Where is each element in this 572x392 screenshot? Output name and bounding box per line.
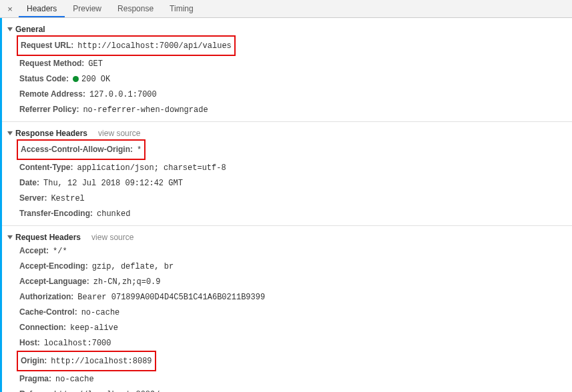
prop-value: chunked [97,209,130,219]
prop-value: * [137,145,141,155]
section-header-response[interactable]: Response Headers view source [7,126,572,139]
prop-name: Content-Type [19,162,73,173]
close-icon[interactable]: × [4,4,16,14]
row-referer: Referer http://localhost:8089/ [7,387,572,392]
section-title: Request Headers [15,233,81,242]
view-source-link[interactable]: view source [91,233,133,242]
prop-value: no-referrer-when-downgrade [83,105,208,115]
row-status-code: Status Code 200 OK [7,71,572,87]
headers-panel: General Request URL http://localhost:700… [0,18,572,392]
row-cache-control: Cache-Control no-cache [7,305,572,320]
row-content-type: Content-Type application/json; charset=u… [7,160,572,175]
prop-value: */* [53,246,67,257]
view-source-link[interactable]: view source [98,129,140,138]
prop-value: keep-alive [70,323,118,333]
section-response-headers: Response Headers view source Access-Cont… [2,122,572,223]
prop-name: Host [19,337,40,348]
row-remote-address: Remote Address 127.0.0.1:7000 [7,87,572,102]
chevron-down-icon [7,131,13,135]
prop-value: Thu, 12 Jul 2018 09:12:42 GMT [43,178,183,189]
highlight-acao: Access-Control-Allow-Origin * [17,139,146,160]
prop-name: Transfer-Encoding [19,208,93,219]
row-referrer-policy: Referrer Policy no-referrer-when-downgra… [7,102,572,117]
tab-headers[interactable]: Headers [19,1,65,17]
prop-value: localhost:7000 [44,338,111,349]
prop-value: 200 OK [73,74,110,85]
row-acao: Access-Control-Allow-Origin * [18,142,141,157]
section-header-request[interactable]: Request Headers view source [7,230,572,243]
prop-value: gzip, deflate, br [92,261,174,272]
prop-value: http://localhost:7000/api/values [77,41,231,51]
tab-timing[interactable]: Timing [162,1,202,17]
row-accept-encoding: Accept-Encoding gzip, deflate, br [7,259,572,274]
prop-name: Request URL [21,40,73,51]
prop-name: Server [19,193,47,203]
prop-name: Referer [19,389,50,392]
prop-value: Bearer 071899A00D4D4C5B1C41A6B0211B9399 [77,292,265,303]
row-connection: Connection keep-alive [7,320,572,335]
prop-value: zh-CN,zh;q=0.9 [93,277,161,287]
row-server: Server Kestrel [7,191,572,206]
section-title: Response Headers [15,129,87,138]
chevron-down-icon [7,235,13,239]
prop-name: Status Code [19,73,69,84]
tab-preview[interactable]: Preview [65,1,109,17]
devtools-toolbar: × Headers Preview Response Timing [0,0,572,18]
prop-name: Accept-Encoding [19,261,88,271]
highlight-origin: Origin http://localhost:8089 [17,351,156,371]
status-dot-icon [73,76,79,82]
row-authorization: Authorization Bearer 071899A00D4D4C5B1C4… [7,289,572,305]
tabs: Headers Preview Response Timing [19,1,202,17]
row-accept: Accept */* [7,243,572,259]
row-origin: Origin http://localhost:8089 [18,353,152,369]
row-host: Host localhost:7000 [7,335,572,351]
row-request-url: Request URL http://localhost:7000/api/va… [18,38,232,53]
tab-response[interactable]: Response [109,1,162,17]
prop-name: Accept [19,245,49,256]
prop-name: Referrer Policy [19,104,79,115]
prop-name: Authorization [19,291,73,302]
row-transfer-encoding: Transfer-Encoding chunked [7,206,572,221]
status-code-value: 200 OK [81,75,110,84]
prop-value: application/json; charset=utf-8 [77,163,226,173]
section-general: General Request URL http://localhost:700… [2,18,572,119]
prop-name: Remote Address [19,89,85,99]
prop-name: Access-Control-Allow-Origin [21,144,133,155]
prop-name: Origin [21,355,47,366]
chevron-down-icon [7,27,13,31]
prop-name: Cache-Control [19,307,77,317]
prop-value: http://localhost:8089 [51,356,152,367]
prop-name: Date [19,177,39,188]
prop-value: no-cache [81,307,120,318]
prop-name: Pragma [19,373,51,384]
prop-value: GET [88,59,103,69]
prop-name: Accept-Language [19,276,89,287]
prop-value: no-cache [55,374,94,385]
row-accept-language: Accept-Language zh-CN,zh;q=0.9 [7,274,572,289]
prop-name: Request Method [19,58,84,69]
prop-value: Kestrel [51,193,84,204]
section-header-general[interactable]: General [7,22,572,35]
row-pragma: Pragma no-cache [7,371,572,387]
highlight-request-url: Request URL http://localhost:7000/api/va… [17,35,236,56]
prop-name: Connection [19,322,66,333]
prop-value: 127.0.0.1:7000 [89,89,157,100]
section-title: General [15,25,45,34]
prop-value: http://localhost:8089/ [54,389,160,392]
section-request-headers: Request Headers view source Accept */* A… [2,226,572,392]
row-date: Date Thu, 12 Jul 2018 09:12:42 GMT [7,175,572,191]
row-request-method: Request Method GET [7,56,572,71]
